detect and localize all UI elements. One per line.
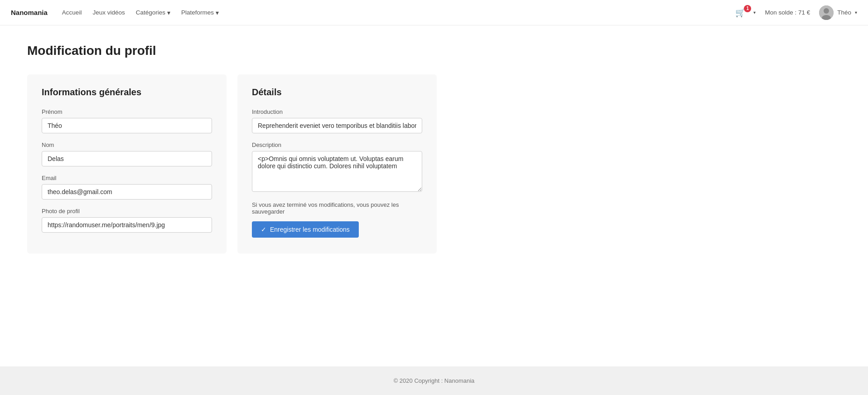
photo-input[interactable] xyxy=(42,217,212,233)
cart-chevron-icon: ▾ xyxy=(753,10,756,15)
email-group: Email xyxy=(42,175,212,200)
navbar: Nanomania Accueil Jeux vidéos Catégories… xyxy=(0,0,868,25)
nav-jeux-videos[interactable]: Jeux vidéos xyxy=(92,9,125,16)
cart-button[interactable]: 🛒 1 ▾ xyxy=(735,8,756,18)
categories-chevron-icon: ▾ xyxy=(167,9,170,16)
page-title: Modification du profil xyxy=(27,44,841,58)
nav-right: 🛒 1 ▾ Mon solde : 71 € Théo ▾ xyxy=(735,5,857,20)
introduction-label: Introduction xyxy=(252,108,422,115)
introduction-input[interactable] xyxy=(252,118,422,133)
brand-logo[interactable]: Nanomania xyxy=(11,9,48,16)
nom-group: Nom xyxy=(42,141,212,166)
plateformes-chevron-icon: ▾ xyxy=(216,9,219,16)
nav-accueil[interactable]: Accueil xyxy=(62,9,82,16)
prenom-label: Prénom xyxy=(42,108,212,115)
nav-links: Accueil Jeux vidéos Catégories ▾ Platefo… xyxy=(62,9,736,16)
description-label: Description xyxy=(252,141,422,148)
footer: © 2020 Copyright : Nanomania xyxy=(0,366,868,395)
save-button-label: Enregistrer les modifications xyxy=(270,226,350,233)
nom-label: Nom xyxy=(42,141,212,148)
details-title: Détails xyxy=(252,87,422,98)
save-note: Si vous avez terminé vos modifications, … xyxy=(252,201,422,215)
user-name-label: Théo xyxy=(837,9,851,16)
description-textarea[interactable] xyxy=(252,151,422,192)
user-menu[interactable]: Théo ▾ xyxy=(819,5,857,20)
footer-text: © 2020 Copyright : Nanomania xyxy=(394,377,475,384)
svg-point-1 xyxy=(824,8,829,14)
main-content: Modification du profil Informations géné… xyxy=(0,25,868,366)
balance-display: Mon solde : 71 € xyxy=(765,9,810,16)
general-info-card: Informations générales Prénom Nom Email … xyxy=(27,74,227,254)
photo-group: Photo de profil xyxy=(42,208,212,233)
form-container: Informations générales Prénom Nom Email … xyxy=(27,74,841,254)
introduction-group: Introduction xyxy=(252,108,422,133)
avatar xyxy=(819,5,834,20)
prenom-group: Prénom xyxy=(42,108,212,133)
email-input[interactable] xyxy=(42,184,212,200)
photo-label: Photo de profil xyxy=(42,208,212,215)
user-chevron-icon: ▾ xyxy=(855,10,857,15)
save-button[interactable]: ✓ Enregistrer les modifications xyxy=(252,221,359,238)
cart-badge: 1 xyxy=(744,5,751,12)
general-info-title: Informations générales xyxy=(42,87,212,98)
nom-input[interactable] xyxy=(42,151,212,166)
email-label: Email xyxy=(42,175,212,181)
details-card: Détails Introduction Description Si vous… xyxy=(237,74,437,254)
description-group: Description xyxy=(252,141,422,193)
checkmark-icon: ✓ xyxy=(261,226,266,233)
nav-categories[interactable]: Catégories ▾ xyxy=(136,9,170,16)
nav-plateformes[interactable]: Plateformes ▾ xyxy=(181,9,219,16)
prenom-input[interactable] xyxy=(42,118,212,133)
